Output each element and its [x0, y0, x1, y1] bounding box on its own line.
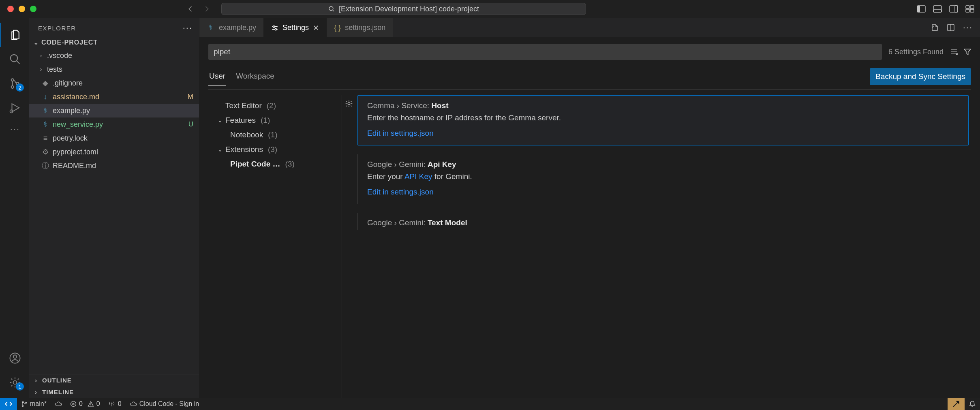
- git-branch[interactable]: main*: [17, 398, 51, 410]
- file-readme[interactable]: ⓘ README.md: [29, 159, 199, 173]
- minimize-window-button[interactable]: [19, 6, 25, 12]
- sidebar-more-icon[interactable]: ···: [183, 23, 193, 33]
- run-debug-icon: [9, 102, 21, 114]
- file-poetrylock[interactable]: ≡ poetry.lock: [29, 131, 199, 145]
- tab-settings[interactable]: Settings ✕: [264, 18, 327, 37]
- setting-gemini-textmodel[interactable]: Google › Gemini: Text Model: [357, 213, 969, 230]
- command-center[interactable]: [Extension Development Host] code-projec…: [221, 3, 586, 15]
- close-window-button[interactable]: [7, 6, 14, 12]
- timeline-label: TIMELINE: [42, 389, 74, 395]
- file-gitignore[interactable]: ◆ .gitignore: [29, 76, 199, 90]
- antenna-icon: [108, 401, 116, 407]
- file-status: M: [188, 93, 193, 101]
- svg-rect-6: [955, 6, 958, 12]
- cloud-icon: [130, 401, 137, 407]
- notifications-button[interactable]: [965, 398, 980, 410]
- api-key-link[interactable]: API Key: [404, 172, 432, 181]
- split-editor-icon[interactable]: [947, 23, 955, 32]
- chevron-down-icon: ⌄: [217, 117, 223, 124]
- cloud-icon: [55, 401, 62, 407]
- svg-point-26: [25, 402, 26, 403]
- bell-icon: [969, 400, 976, 408]
- folder-label: .vscode: [47, 51, 72, 60]
- activitybar-scm[interactable]: 2: [0, 71, 30, 96]
- tab-settingsjson[interactable]: { } settings.json: [327, 18, 393, 37]
- close-icon[interactable]: ✕: [313, 23, 319, 32]
- toc-text-editor[interactable]: Text Editor (2): [208, 98, 342, 113]
- search-icon: [328, 6, 335, 12]
- timeline-section[interactable]: › TIMELINE: [29, 386, 199, 398]
- activitybar-settings[interactable]: 1: [0, 370, 30, 395]
- svg-rect-3: [933, 6, 941, 12]
- svg-point-25: [22, 405, 23, 406]
- clear-search-icon[interactable]: [950, 48, 958, 56]
- ports[interactable]: 0: [104, 398, 126, 410]
- setting-gemma-host[interactable]: Gemma › Service: Host Enter the hostname…: [357, 95, 969, 145]
- settings-search-input[interactable]: [208, 44, 882, 60]
- toggle-secondary-sidebar-icon[interactable]: [949, 5, 958, 13]
- file-example[interactable]: ⚕ example.py: [29, 104, 199, 117]
- filter-icon[interactable]: [964, 48, 971, 56]
- gitignore-icon: ◆: [41, 79, 49, 88]
- setting-gear-icon[interactable]: [344, 99, 353, 108]
- toc-pipet[interactable]: Pipet Code … (3): [208, 157, 342, 171]
- tab-example[interactable]: ⚕ example.py: [199, 18, 264, 37]
- maximize-window-button[interactable]: [30, 6, 36, 12]
- setting-title: Google › Gemini: Api Key: [367, 160, 960, 169]
- folder-tests[interactable]: › tests: [29, 62, 199, 76]
- window-controls: [0, 6, 36, 12]
- svg-point-24: [22, 401, 23, 402]
- file-label: new_service.py: [53, 120, 103, 129]
- file-label: example.py: [53, 107, 90, 115]
- activitybar: 2 ··· 1: [0, 18, 29, 398]
- activitybar-explorer[interactable]: [0, 23, 30, 47]
- toc-extensions[interactable]: ⌄ Extensions (3): [208, 142, 342, 157]
- activitybar-accounts[interactable]: [0, 346, 30, 370]
- svg-point-13: [11, 86, 14, 88]
- customize-layout-icon[interactable]: [965, 5, 974, 13]
- live-share-button[interactable]: [948, 398, 965, 410]
- svg-rect-7: [966, 6, 969, 9]
- back-button[interactable]: [186, 5, 197, 13]
- remote-button[interactable]: [0, 398, 17, 410]
- scope-tab-user[interactable]: User: [208, 72, 226, 86]
- editor-more-icon[interactable]: ···: [963, 22, 973, 33]
- activitybar-search[interactable]: [0, 47, 30, 71]
- file-assistance[interactable]: ↓ assistance.md M: [29, 90, 199, 104]
- toggle-panel-icon[interactable]: [933, 5, 942, 13]
- file-label: pyproject.toml: [53, 148, 98, 156]
- open-changes-icon[interactable]: [931, 23, 939, 32]
- forward-button[interactable]: [203, 5, 213, 13]
- activitybar-run[interactable]: [0, 96, 30, 120]
- folder-vscode[interactable]: › .vscode: [29, 49, 199, 62]
- settings-list[interactable]: Gemma › Service: Host Enter the hostname…: [342, 95, 971, 398]
- toggle-primary-sidebar-icon[interactable]: [917, 5, 926, 13]
- file-newservice[interactable]: ⚕ new_service.py U: [29, 117, 199, 131]
- scope-tab-workspace[interactable]: Workspace: [235, 72, 275, 85]
- gear-icon: ⚙: [41, 147, 49, 156]
- cloud-code[interactable]: Cloud Code - Sign in: [126, 398, 203, 410]
- settings-toc: Text Editor (2) ⌄ Features (1) Notebook …: [208, 95, 342, 398]
- file-pyproject[interactable]: ⚙ pyproject.toml: [29, 145, 199, 159]
- edit-in-json-link[interactable]: Edit in settings.json: [367, 188, 960, 196]
- python-icon: ⚕: [41, 106, 49, 115]
- activitybar-more[interactable]: ···: [0, 120, 30, 139]
- settings-search-field[interactable]: [214, 47, 877, 56]
- edit-in-json-link[interactable]: Edit in settings.json: [367, 129, 959, 138]
- svg-point-0: [329, 6, 333, 11]
- warning-icon: [88, 401, 94, 407]
- editor-group: ⚕ example.py Settings ✕ { } settings.jso…: [199, 18, 980, 398]
- cloud-sync[interactable]: [51, 398, 66, 410]
- settings-editor: 6 Settings Found User Workspace Backup a…: [199, 37, 980, 398]
- sidebar-title: EXPLORER: [38, 25, 76, 32]
- outline-section[interactable]: › OUTLINE: [29, 374, 199, 386]
- file-icon: ≡: [41, 134, 49, 143]
- sync-settings-button[interactable]: Backup and Sync Settings: [870, 68, 971, 85]
- toc-features[interactable]: ⌄ Features (1): [208, 113, 342, 128]
- tabbar: ⚕ example.py Settings ✕ { } settings.jso…: [199, 18, 980, 37]
- problems[interactable]: 0 0: [66, 398, 104, 410]
- project-header[interactable]: ⌄ CODE-PROJECT: [29, 36, 199, 49]
- json-icon: { }: [334, 23, 341, 32]
- setting-gemini-apikey[interactable]: Google › Gemini: Api Key Enter your API …: [357, 154, 969, 204]
- toc-notebook[interactable]: Notebook (1): [208, 128, 342, 142]
